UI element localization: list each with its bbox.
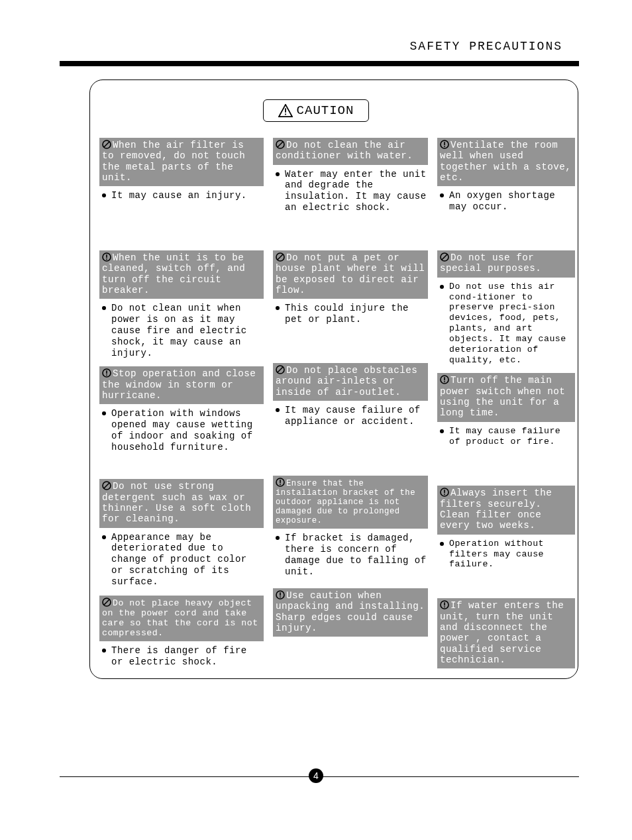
prohibit-icon [440,252,449,262]
caution-heading-text: Always insert the filters securely. Clea… [440,488,552,531]
bullet-icon [440,429,444,433]
caution-detail-text: An oxygen shortage may occur. [449,190,555,212]
caution-item-detail: Water may enter the unit and degrade the… [273,165,428,217]
caution-item: Turn off the main power switch when not … [437,373,575,482]
caution-detail-text: It may cause failure of product or fire. [449,426,560,446]
caution-item-heading: Do not place obstacles around air-inlets… [273,363,428,401]
caution-column-1: When the air filter is to removed, do no… [99,138,264,676]
header-rule [60,61,579,66]
caution-item-heading: Use caution when unpacking and installin… [273,588,428,637]
caution-item: Do not clean the air conditioner with wa… [273,138,428,246]
bullet-icon [276,536,280,540]
svg-rect-1 [285,114,286,115]
caution-item: Do not place heavy object on the power c… [99,596,264,672]
caution-heading-text: Do not clean the air conditioner with wa… [276,140,413,161]
caution-detail-text: Water may enter the unit and degrade the… [285,169,427,213]
caution-heading-text: Do not put a pet or house plant where it… [276,252,425,295]
caution-detail-text: Operation without filters may cause fail… [449,539,544,570]
caution-item: Use caution when unpacking and installin… [273,588,428,637]
caution-detail-text: It may cause failure of appliance or acc… [285,405,421,427]
caution-item-detail: Appearance may be deteriorated due to ch… [99,528,264,592]
caution-label: CAUTION [297,103,354,118]
caution-item-heading: Ensure that the installation bracket of … [273,476,428,529]
caution-item-heading: Do not put a pet or house plant where it… [273,250,428,299]
caution-item: When the unit is to be cleaned, switch o… [99,250,264,362]
caution-item-detail: It may cause an injury. [99,186,264,205]
warning-triangle-icon [278,104,293,117]
caution-heading-text: Do not place heavy object on the power c… [102,598,258,639]
caution-item-detail: An oxygen shortage may occur. [437,186,575,217]
caution-heading-text: Turn off the main power switch when not … [440,375,565,418]
caution-item: Ensure that the installation bracket of … [273,476,428,584]
page-header-title: SAFETY PRECAUTIONS [410,40,562,53]
caution-item: Always insert the filters securely. Clea… [437,486,575,594]
bullet-icon [102,306,106,310]
prohibit-icon [276,365,285,374]
caution-item-heading: Do not use for special purposes. [437,250,575,278]
caution-detail-text: Do not clean unit when power is on as it… [111,303,247,358]
bullet-icon [276,408,280,412]
caution-item: Do not use strong detergent such as wax … [99,479,264,591]
caution-item-heading: When the air filter is to removed, do no… [99,138,264,186]
caution-heading-text: Stop operation and close the window in s… [102,368,256,401]
caution-item: Do not put a pet or house plant where it… [273,250,428,359]
mandatory-icon [276,478,285,487]
caution-heading-text: If water enters the unit, turn the unit … [440,600,564,665]
caution-item-heading: If water enters the unit, turn the unit … [437,598,575,668]
caution-item-detail: Do not use this air cond-itioner to pres… [437,278,575,370]
caution-item-detail: Operation without filters may cause fail… [437,535,575,574]
caution-item-detail: Operation with windows opened may cause … [99,404,264,456]
caution-item-detail: There is danger of fire or electric shoc… [99,641,264,672]
caution-heading-text: Use caution when unpacking and installin… [276,590,425,633]
caution-detail-text: Operation with windows opened may cause … [111,408,253,452]
caution-item-heading: Ventilate the room well when used togeth… [437,138,575,186]
caution-columns: When the air filter is to removed, do no… [99,138,576,676]
bullet-icon [276,172,280,176]
caution-item-heading: Do not place heavy object on the power c… [99,596,264,642]
caution-column-2: Do not clean the air conditioner with wa… [273,138,428,676]
caution-item: Do not use for special purposes.Do not u… [437,250,575,369]
caution-detail-text: It may cause an injury. [111,190,247,201]
caution-item-heading: Do not clean the air conditioner with wa… [273,138,428,165]
caution-item: Ventilate the room well when used togeth… [437,138,575,246]
caution-detail-text: Do not use this air cond-itioner to pres… [449,282,566,365]
caution-item-detail: It may cause failure of product or fire. [437,422,575,451]
bullet-icon [102,193,106,197]
caution-heading-text: When the unit is to be cleaned, switch o… [102,252,245,295]
caution-detail-text: Appearance may be deteriorated due to ch… [111,532,247,587]
mandatory-icon [440,488,449,497]
caution-heading-text: Do not use for special purposes. [440,252,541,274]
bullet-icon [102,535,106,539]
prohibit-icon [102,598,111,607]
caution-heading-text: Do not place obstacles around air-inlets… [276,365,417,397]
caution-badge: CAUTION [263,99,369,122]
mandatory-icon [440,140,449,149]
prohibit-icon [102,481,111,490]
caution-item-heading: Turn off the main power switch when not … [437,373,575,421]
caution-item-detail: Do not clean unit when power is on as it… [99,299,264,362]
caution-heading-text: When the air filter is to removed, do no… [102,140,245,183]
bullet-icon [102,411,106,415]
caution-item: Do not place obstacles around air-inlets… [273,363,428,472]
caution-item-heading: Do not use strong detergent such as wax … [99,479,264,527]
caution-item-detail: This could injure the pet or plant. [273,299,428,329]
prohibit-icon [276,252,285,262]
caution-item: When the air filter is to removed, do no… [99,138,264,246]
bullet-icon [440,193,444,197]
mandatory-icon [102,368,111,378]
mandatory-icon [276,590,285,600]
prohibit-icon [102,140,111,149]
bullet-icon [102,649,106,653]
caution-item-heading: When the unit is to be cleaned, switch o… [99,250,264,299]
mandatory-icon [440,375,449,384]
caution-heading-text: Ensure that the installation bracket of … [276,479,415,525]
caution-item-detail: It may cause failure of appliance or acc… [273,401,428,431]
caution-item: If water enters the unit, turn the unit … [437,598,575,668]
caution-item-detail: If bracket is damaged, there is concern … [273,529,428,581]
mandatory-icon [102,252,111,262]
caution-item: Stop operation and close the window in s… [99,366,264,475]
caution-heading-text: Do not use strong detergent such as wax … [102,481,251,524]
svg-rect-0 [285,108,286,112]
caution-detail-text: If bracket is damaged, there is concern … [285,533,427,576]
caution-heading-text: Ventilate the room well when used togeth… [440,140,571,183]
